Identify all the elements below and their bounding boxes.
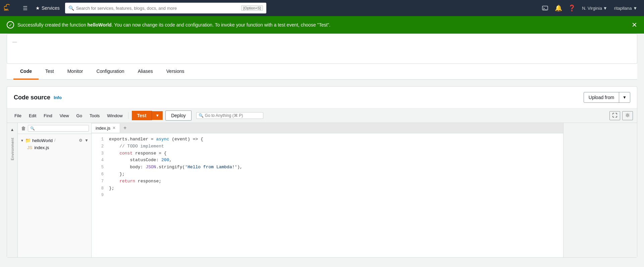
code-source-header: Code source Info Upload from ▼ xyxy=(7,87,637,108)
editor-tab-filename: index.js xyxy=(96,126,110,131)
add-editor-tab-button[interactable]: + xyxy=(120,123,130,133)
file-search-icon: 🔍 xyxy=(30,126,35,131)
folder-settings-icon[interactable]: ⚙ xyxy=(79,138,83,143)
tab-monitor[interactable]: Monitor xyxy=(61,64,90,80)
banner-close-button[interactable]: ✕ xyxy=(632,21,637,28)
js-file-icon: JS xyxy=(27,145,32,150)
user-dropdown-icon: ▼ xyxy=(633,6,637,11)
ide-fullscreen-button[interactable] xyxy=(609,111,620,120)
code-line-6: 6 }; xyxy=(92,171,563,178)
ide-sidebar-collapse-icon[interactable]: ▲ xyxy=(8,126,16,134)
svg-text:aws: aws xyxy=(4,8,9,11)
test-button-group: Test ▼ xyxy=(132,111,163,120)
info-link[interactable]: Info xyxy=(54,95,62,100)
test-button[interactable]: Test xyxy=(132,111,152,120)
hamburger-menu[interactable]: ☰ xyxy=(20,2,30,14)
upload-from-button[interactable]: Upload from ▼ xyxy=(584,92,630,103)
main-content: — Code Test Monitor Configuration Aliase… xyxy=(0,34,644,264)
file-search-input-area[interactable]: 🔍 xyxy=(28,125,89,132)
toolbar-separator xyxy=(128,112,128,119)
tab-test[interactable]: Test xyxy=(39,64,61,80)
code-editor-content[interactable]: 1 exports.handler = async (event) => { 2… xyxy=(92,133,563,257)
notifications-icon[interactable]: 🔔 xyxy=(552,2,565,14)
region-label: N. Virginia xyxy=(582,6,602,11)
code-line-7: 7 return response; xyxy=(92,178,563,185)
deploy-button[interactable]: Deploy xyxy=(165,110,192,121)
search-input[interactable] xyxy=(76,6,239,11)
folder-slash: / xyxy=(54,138,55,143)
expand-arrow-icon: ▼ xyxy=(20,139,24,142)
ide-right-panel xyxy=(563,123,637,257)
code-line-8: 8 }; xyxy=(92,185,563,192)
function-overview-card: — xyxy=(7,34,637,64)
ide-search-input[interactable] xyxy=(205,113,261,118)
grid-icon: ★ xyxy=(36,5,40,11)
services-label: Services xyxy=(42,5,60,11)
code-line-5: 5 body: JSON.stringify('Hello from Lambd… xyxy=(92,164,563,171)
code-line-9: 9 xyxy=(92,192,563,198)
upload-from-caret-icon: ▼ xyxy=(619,93,630,102)
file-toolbar: 🗑 🔍 xyxy=(18,123,91,134)
top-navigation: aws ☰ ★ Services 🔍 [Option+S] 🔔 ❓ N. Vir… xyxy=(0,0,644,16)
tab-versions[interactable]: Versions xyxy=(160,64,191,80)
file-tree-file-item[interactable]: JS index.js xyxy=(18,144,91,151)
user-menu[interactable]: ritapllana ▼ xyxy=(611,4,640,12)
file-tree-folder-item[interactable]: ▼ 📁 helloWorld / ⚙ ▼ xyxy=(18,137,91,144)
username-label: ritapllana xyxy=(614,6,632,11)
code-source-title: Code source Info xyxy=(14,94,62,101)
ide-search-bar[interactable]: 🔍 xyxy=(196,112,263,119)
function-name: helloWorld xyxy=(88,22,112,28)
code-editor-area[interactable]: index.js ✕ + 1 exports.handler = async (… xyxy=(92,123,563,257)
ide-menu-file[interactable]: File xyxy=(11,112,25,120)
upload-from-label: Upload from xyxy=(584,92,619,102)
code-line-3: 3 const response = { xyxy=(92,150,563,157)
tab-code[interactable]: Code xyxy=(13,64,39,80)
success-banner: ✓ Successfully created the function hell… xyxy=(0,16,644,34)
support-icon[interactable]: ❓ xyxy=(566,2,578,14)
dash-placeholder: — xyxy=(12,39,17,44)
ide-menu-find[interactable]: Find xyxy=(40,112,55,120)
code-line-2: 2 // TODO implement xyxy=(92,143,563,150)
aws-logo[interactable]: aws xyxy=(4,3,17,13)
services-menu-button[interactable]: ★ Services xyxy=(33,4,62,12)
ide-menu-edit[interactable]: Edit xyxy=(25,112,40,120)
code-source-title-text: Code source xyxy=(14,94,50,101)
code-line-4: 4 statusCode: 200, xyxy=(92,157,563,164)
tab-configuration[interactable]: Configuration xyxy=(90,64,131,80)
ide-settings-button[interactable] xyxy=(622,111,633,120)
ide-right-icons xyxy=(609,111,633,120)
folder-name: helloWorld xyxy=(32,138,53,143)
environment-label: Environment xyxy=(10,136,14,162)
search-shortcut: [Option+S] xyxy=(241,5,263,11)
region-dropdown-icon: ▼ xyxy=(603,6,607,11)
ide-menu-tools[interactable]: Tools xyxy=(86,112,103,120)
editor-tab-indexjs[interactable]: index.js ✕ xyxy=(92,124,120,133)
code-source-panel: Code source Info Upload from ▼ File Edit… xyxy=(7,86,637,258)
nav-right-area: 🔔 ❓ N. Virginia ▼ ritapllana ▼ xyxy=(539,2,640,14)
ide-toolbar: File Edit Find View Go Tools Window Test… xyxy=(7,108,637,123)
tab-aliases[interactable]: Aliases xyxy=(131,64,160,80)
file-search-input[interactable] xyxy=(36,126,87,131)
ide-search-icon: 🔍 xyxy=(199,113,204,118)
folder-icon: 📁 xyxy=(25,138,31,143)
editor-tab-close[interactable]: ✕ xyxy=(112,126,116,130)
ide-body: ▲ Environment 🗑 🔍 ▼ xyxy=(7,123,637,257)
success-check-icon: ✓ xyxy=(7,21,14,29)
editor-tabs: index.js ✕ + xyxy=(92,123,563,133)
svg-rect-1 xyxy=(542,6,548,10)
test-button-caret[interactable]: ▼ xyxy=(152,111,163,120)
region-selector[interactable]: N. Virginia ▼ xyxy=(579,4,610,12)
ide-menu-go[interactable]: Go xyxy=(73,112,86,120)
search-icon: 🔍 xyxy=(68,5,74,11)
file-tree-panel: 🗑 🔍 ▼ 📁 helloWorld / ⚙ xyxy=(18,123,92,257)
file-tree: ▼ 📁 helloWorld / ⚙ ▼ JS index.js xyxy=(18,134,91,257)
function-tabs: Code Test Monitor Configuration Aliases … xyxy=(7,64,637,80)
file-delete-icon[interactable]: 🗑 xyxy=(20,125,26,132)
svg-point-3 xyxy=(627,114,629,116)
ide-sidebar: ▲ Environment xyxy=(7,123,18,257)
global-search-bar[interactable]: 🔍 [Option+S] xyxy=(65,3,266,13)
ide-menu-view[interactable]: View xyxy=(56,112,72,120)
cloudshell-icon[interactable] xyxy=(539,2,551,14)
ide-menu-window[interactable]: Window xyxy=(104,112,126,120)
folder-expand-icon[interactable]: ▼ xyxy=(85,138,89,143)
